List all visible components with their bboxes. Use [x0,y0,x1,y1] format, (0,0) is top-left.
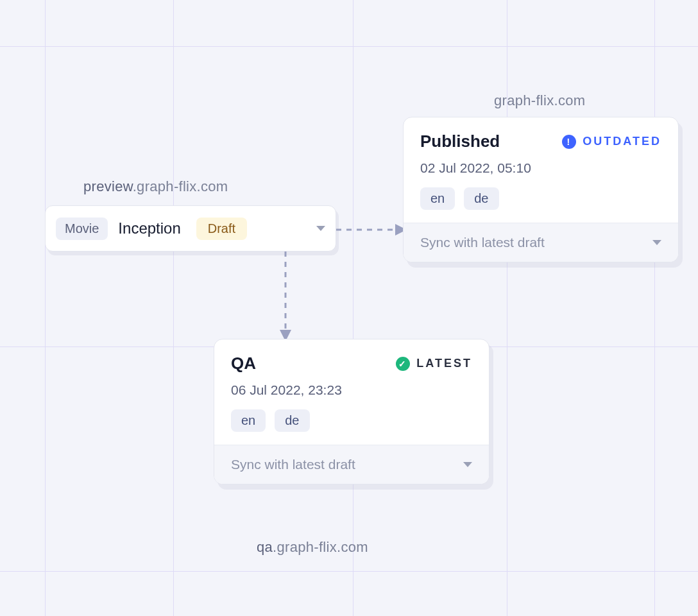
sync-action-dropdown[interactable]: Sync with latest draft [404,223,678,262]
grid-line [0,571,698,572]
env-label-qa: qa.graph-flix.com [257,539,368,556]
chevron-down-icon [463,462,472,467]
badge-text: OUTDATED [583,135,661,148]
check-icon: ✓ [396,357,410,371]
env-card-published: Published ! OUTDATED 02 Jul 2022, 05:10 … [403,117,679,262]
status-badge-draft: Draft [196,218,247,240]
language-chip-row: en de [231,409,472,432]
draft-entry-card[interactable]: Movie Inception Draft [45,205,336,252]
content-type-tag: Movie [56,218,108,240]
env-domain: .graph-flix.com [273,539,368,555]
card-title: QA [231,354,256,373]
env-subdomain: preview [83,178,133,194]
grid-line [654,0,655,616]
language-chip-row: en de [420,187,661,210]
card-title: Published [420,132,500,151]
status-badge-outdated: ! OUTDATED [562,135,661,149]
env-label-preview: preview.graph-flix.com [83,178,228,195]
env-card-qa: QA ✓ LATEST 06 Jul 2022, 23:23 en de Syn… [214,339,489,484]
card-timestamp: 02 Jul 2022, 05:10 [420,160,661,176]
language-chip: en [420,187,455,210]
status-badge-latest: ✓ LATEST [396,357,472,371]
grid-line [173,0,174,616]
connector-arrow-right [336,220,407,239]
chevron-down-icon [652,240,661,245]
grid-line [353,0,353,616]
grid-line [0,46,698,47]
language-chip: de [275,409,309,432]
card-timestamp: 06 Jul 2022, 23:23 [231,382,472,398]
connector-arrow-down [276,252,295,341]
grid-line [45,0,46,616]
env-domain: graph-flix.com [494,92,585,108]
alert-icon: ! [562,135,576,149]
entry-title: Inception [118,219,180,237]
env-label-prod: graph-flix.com [494,92,585,109]
sync-action-dropdown[interactable]: Sync with latest draft [214,445,489,484]
language-chip: en [231,409,266,432]
env-domain: .graph-flix.com [133,178,228,194]
sync-action-label: Sync with latest draft [231,457,355,472]
sync-action-label: Sync with latest draft [420,235,545,250]
chevron-down-icon[interactable] [316,226,325,231]
env-subdomain: qa [257,539,273,555]
badge-text: LATEST [416,357,472,370]
language-chip: de [464,187,498,210]
